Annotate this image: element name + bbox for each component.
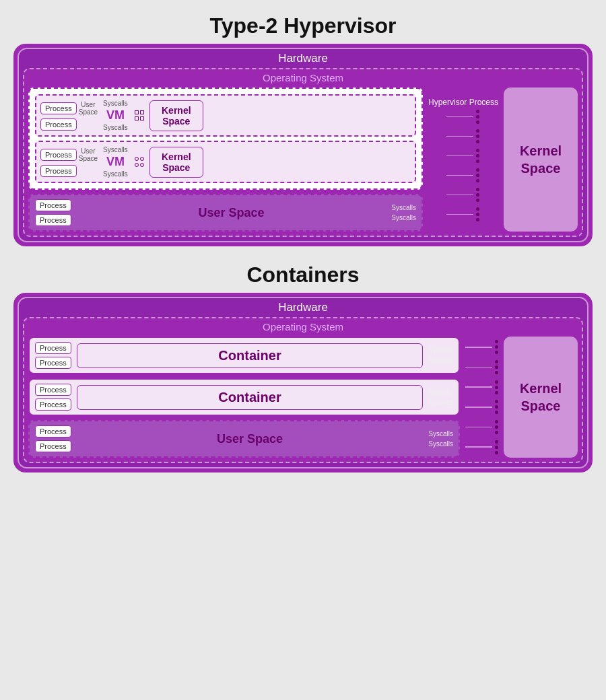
hypervisor-kernel-space-right: Kernel Space (504, 88, 578, 232)
container1-section: Process Process Container Syscalls Sysca… (28, 337, 460, 374)
hypervisor-user-space: Process Process User Space Syscalls Sysc… (28, 194, 423, 232)
containers-title: Containers (246, 262, 359, 287)
c1-process1-btn: Process (35, 342, 71, 354)
vm1-user-label: UserSpace (79, 101, 98, 116)
c1-process2-btn: Process (35, 357, 71, 369)
vm2-row: Process UserSpace Process Syscalls VM (35, 141, 416, 183)
container2-section: Process Process Container Syscalls Sysca… (28, 378, 460, 416)
vm2-process2-btn: Process (40, 165, 77, 177)
vm1-process2-btn: Process (40, 118, 77, 131)
container2-label: Container (77, 385, 424, 410)
vm1-label: VM (106, 108, 125, 123)
vm-section: Process UserSpace Process Syscalls V (28, 88, 423, 190)
vm2-syscalls2: Syscalls (103, 170, 128, 178)
h-process3-btn: Process (35, 199, 71, 211)
c2-process2-btn: Process (35, 398, 71, 411)
cu-process1-btn: Process (35, 425, 71, 438)
vm1-kernel-space: KernelSpace (149, 100, 203, 131)
container1-label: Container (77, 343, 424, 368)
vm1-row: Process UserSpace Process Syscalls V (35, 94, 416, 137)
h-user-space-label: User Space (77, 206, 386, 220)
h-syscalls3: Syscalls (391, 204, 416, 211)
hypervisor-process-label: Hypervisor Process (428, 98, 498, 107)
h-process4-btn: Process (35, 214, 71, 226)
hypervisor-diagram: Hardware Operating System Process (13, 44, 593, 246)
vm1-syscalls1: Syscalls (103, 100, 128, 107)
hypervisor-hardware-label: Hardware (23, 52, 583, 65)
containers-kernel-space-right: Kernel Space (504, 337, 578, 458)
hypervisor-title: Type-2 Hypervisor (210, 13, 397, 38)
vm2-syscalls1: Syscalls (103, 146, 128, 153)
c2-syscalls2: Syscalls (428, 398, 453, 406)
c2-process1-btn: Process (35, 384, 71, 396)
vm2-process1-btn: Process (40, 149, 77, 161)
c2-syscalls1: Syscalls (428, 388, 453, 396)
containers-user-space-label: User Space (77, 432, 424, 446)
cu-process2-btn: Process (35, 440, 71, 452)
cu-syscalls2: Syscalls (428, 440, 453, 448)
containers-user-space: Process Process User Space Syscalls Sysc… (28, 420, 460, 458)
vm2-kernel-space: KernelSpace (149, 147, 203, 178)
containers-hardware-label: Hardware (23, 301, 583, 314)
c1-syscalls1: Syscalls (428, 347, 453, 354)
hypervisor-os-label: Operating System (28, 72, 578, 83)
vm1-syscalls2: Syscalls (103, 124, 128, 131)
vm2-label: VM (106, 155, 125, 169)
h-syscalls4: Syscalls (391, 214, 416, 221)
containers-diagram: Hardware Operating System Process Proces… (13, 293, 593, 473)
vm2-user-label: UserSpace (79, 147, 98, 162)
vm1-process1-btn: Process (40, 102, 77, 114)
cu-syscalls1: Syscalls (428, 430, 453, 438)
c1-syscalls2: Syscalls (428, 357, 453, 364)
containers-os-label: Operating System (28, 321, 578, 332)
